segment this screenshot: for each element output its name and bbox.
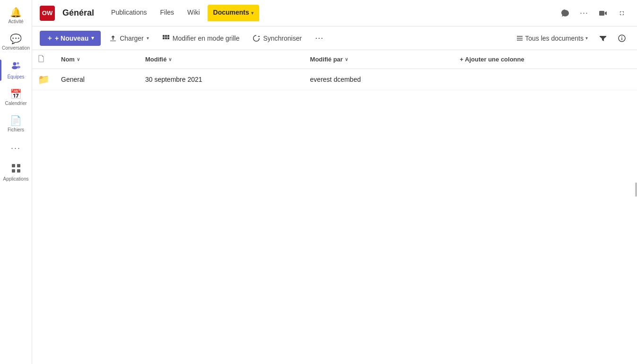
edit-grid-label: Modifier en mode grille: [173, 35, 240, 42]
tab-documents-chevron: ▾: [251, 10, 253, 16]
svg-rect-4: [12, 164, 15, 167]
svg-rect-13: [165, 37, 167, 39]
modifie-sort-icon: ∨: [168, 57, 172, 62]
more-apps-dots[interactable]: ···: [6, 139, 26, 158]
file-area: Nom ∨ Modifié ∨ Modifié par ∨: [32, 50, 637, 364]
nav-tabs: Publications Files Wiki Documents ▾: [105, 5, 550, 21]
sidebar-label-calendrier: Calendrier: [5, 101, 26, 106]
scroll-handle[interactable]: [635, 182, 637, 197]
upload-label: Charger: [120, 35, 144, 42]
sidebar-label-fichiers: Fichiers: [8, 127, 24, 133]
chat-action-button[interactable]: [558, 6, 573, 21]
col-header-modifie-par[interactable]: Modifié par ∨: [305, 50, 454, 69]
toolbar-right: Tous les documents ▾: [513, 31, 629, 46]
page-header: OW Général Publications Files Wiki Docum…: [32, 0, 637, 26]
col-header-nom[interactable]: Nom ∨: [55, 50, 140, 69]
svg-rect-7: [17, 169, 20, 173]
svg-rect-12: [163, 37, 165, 39]
edit-grid-button[interactable]: Modifier en mode grille: [157, 32, 244, 45]
apps-icon: [11, 164, 21, 174]
sidebar-item-applications[interactable]: Applications: [0, 160, 32, 186]
svg-point-3: [17, 66, 20, 69]
row-modified-by-cell: everest dcembed: [305, 69, 454, 90]
upload-button[interactable]: Charger ▾: [105, 32, 154, 45]
sidebar-item-equipes[interactable]: Équipes: [0, 57, 32, 84]
file-type-icon-header: [38, 57, 44, 64]
team-icon: OW: [40, 6, 55, 21]
svg-point-0: [13, 62, 16, 66]
row-name-cell: General: [55, 69, 140, 90]
filter-icon: [599, 35, 607, 42]
sync-label: Synchroniser: [263, 35, 302, 42]
plus-icon: ＋: [46, 34, 53, 43]
toolbar: ＋ + Nouveau ▾ Charger ▾ Modifier en mode…: [32, 26, 637, 50]
view-label: Tous les documents: [525, 35, 584, 42]
sidebar-label-activite: Activité: [8, 19, 23, 25]
sidebar-item-conversation[interactable]: 💬 Conversation: [0, 30, 32, 55]
tab-documents[interactable]: Documents ▾: [208, 5, 259, 21]
upload-chevron-icon: ▾: [147, 35, 149, 41]
sync-icon: [253, 35, 260, 42]
more-toolbar-button[interactable]: ···: [310, 30, 328, 46]
col-header-icon: [32, 50, 55, 69]
svg-rect-14: [167, 37, 169, 39]
file-table: Nom ∨ Modifié ∨ Modifié par ∨: [32, 50, 637, 90]
row-modified-cell: 30 septembre 2021: [140, 69, 305, 90]
svg-rect-16: [517, 38, 523, 39]
folder-icon: 📁: [38, 74, 50, 85]
header-actions: ···: [558, 6, 629, 21]
info-icon: [618, 35, 626, 42]
svg-rect-15: [517, 36, 523, 37]
svg-rect-5: [17, 164, 20, 167]
sidebar-item-activite[interactable]: 🔔 Activité: [0, 4, 32, 28]
view-selector[interactable]: Tous les documents ▾: [513, 32, 592, 45]
tab-wiki[interactable]: Wiki: [182, 5, 205, 21]
new-button[interactable]: ＋ + Nouveau ▾: [40, 31, 101, 46]
sidebar-label-applications: Applications: [3, 176, 29, 182]
tab-publications[interactable]: Publications: [105, 5, 153, 21]
svg-rect-19: [621, 38, 622, 40]
list-view-icon: [516, 35, 523, 42]
main-content: OW Général Publications Files Wiki Docum…: [32, 0, 637, 364]
svg-rect-9: [163, 35, 165, 37]
view-chevron-icon: ▾: [585, 35, 588, 41]
svg-rect-17: [517, 40, 523, 41]
col-header-modifie[interactable]: Modifié ∨: [140, 50, 305, 69]
nom-sort-icon: ∨: [77, 57, 80, 62]
table-row[interactable]: 📁 General 30 septembre 2021 everest dcem…: [32, 69, 637, 90]
sync-button[interactable]: Synchroniser: [248, 32, 306, 45]
svg-rect-6: [12, 169, 15, 173]
row-icon-cell: 📁: [32, 69, 55, 90]
expand-button[interactable]: [614, 6, 629, 21]
svg-point-1: [17, 62, 19, 65]
new-chevron-icon: ▾: [91, 35, 94, 41]
grid-icon: [162, 35, 170, 42]
sidebar-label-equipes: Équipes: [7, 74, 24, 80]
bell-icon: 🔔: [10, 8, 22, 17]
info-button[interactable]: [614, 31, 629, 46]
upload-icon: [109, 35, 117, 42]
new-label: + Nouveau: [55, 35, 88, 42]
teams-icon: [11, 61, 21, 72]
svg-point-20: [621, 36, 622, 37]
sidebar-label-conversation: Conversation: [2, 45, 30, 51]
calendar-icon: 📅: [10, 89, 22, 99]
sidebar: 🔔 Activité 💬 Conversation Équipes 📅 Cale…: [0, 0, 32, 364]
modifie-par-sort-icon: ∨: [345, 57, 348, 62]
chat-icon: 💬: [10, 34, 22, 43]
svg-rect-10: [165, 35, 167, 37]
filter-button[interactable]: [595, 31, 611, 46]
svg-rect-11: [167, 35, 169, 37]
svg-point-2: [12, 66, 17, 69]
sidebar-item-calendrier[interactable]: 📅 Calendrier: [0, 86, 32, 110]
files-icon: 📄: [10, 116, 22, 125]
page-title: Général: [62, 8, 94, 18]
svg-rect-8: [599, 11, 604, 16]
more-icon: ···: [315, 33, 323, 43]
sidebar-item-fichiers[interactable]: 📄 Fichiers: [0, 112, 32, 137]
add-column-button[interactable]: + Ajouter une colonne: [454, 50, 637, 69]
tab-files[interactable]: Files: [155, 5, 180, 21]
video-button[interactable]: [595, 6, 611, 21]
more-options-button[interactable]: ···: [576, 6, 592, 21]
